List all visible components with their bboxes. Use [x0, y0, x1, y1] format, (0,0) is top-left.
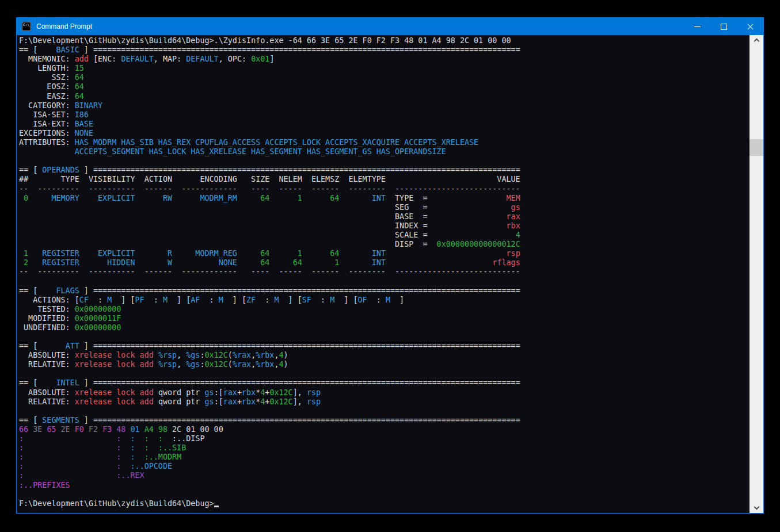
text-segment — [135, 194, 144, 202]
text-segment: + — [237, 397, 242, 406]
text-segment — [427, 231, 515, 239]
scrollbar[interactable] — [749, 35, 763, 513]
text-segment — [19, 240, 395, 248]
text-segment: rsp — [507, 249, 520, 258]
text-segment — [172, 194, 181, 202]
text-segment: DEFAULT — [186, 55, 218, 63]
close-button[interactable] — [737, 18, 763, 35]
terminal-line: EXCEPTIONS: NONE — [19, 129, 749, 138]
text-segment: 0 — [19, 194, 28, 202]
terminal-line: : : :..OPCODE — [19, 462, 749, 471]
text-segment: M — [163, 296, 168, 304]
text-segment: ], — [293, 397, 307, 406]
text-segment: 0x000000000000012C — [437, 240, 520, 248]
scroll-up-button[interactable] — [749, 35, 763, 45]
text-segment: ( — [228, 351, 233, 359]
text-segment: , — [177, 360, 186, 369]
text-segment: ========================================… — [93, 416, 520, 424]
text-segment: BINARY — [75, 101, 102, 110]
text-segment: : — [131, 443, 135, 452]
terminal-line: SSZ: 64 — [19, 73, 749, 82]
text-segment — [339, 249, 348, 258]
text-segment: : — [200, 360, 204, 369]
text-segment: OF — [358, 296, 367, 304]
text-segment: TESTED: — [19, 305, 75, 313]
text-segment: 0x12C — [205, 360, 228, 369]
text-segment: 0x12C — [269, 388, 292, 397]
terminal-line: EOSZ: 64 — [19, 82, 749, 91]
text-segment — [237, 258, 251, 267]
text-segment: 64 — [75, 92, 84, 101]
text-segment: INT — [348, 249, 386, 258]
text-segment — [19, 231, 395, 239]
terminal-line: TESTED: 0x00000000 — [19, 305, 749, 314]
text-segment: 2E — [61, 425, 70, 434]
text-segment: I86 — [75, 110, 89, 119]
text-segment: :..MODRM — [144, 453, 182, 461]
terminal-line: ISA-EXT: BASE — [19, 120, 749, 129]
text-segment — [237, 194, 251, 202]
text-segment — [121, 453, 130, 461]
text-segment: : — [311, 296, 330, 304]
terminal-line: : :..REX — [19, 471, 749, 480]
terminal-line: -- --------- ---------- ------ ---------… — [19, 185, 749, 194]
terminal-line: ## TYPE VISIBILITY ACTION ENCODING SIZE … — [19, 175, 749, 184]
text-segment: : — [131, 434, 135, 443]
text-segment: ========================================… — [93, 378, 520, 387]
text-segment: gs — [205, 397, 214, 406]
text-segment: TYPE = — [386, 194, 428, 202]
scroll-down-button[interactable] — [749, 503, 763, 513]
text-segment: ) — [284, 360, 288, 369]
terminal-line: :..PREFIXES — [19, 481, 749, 490]
terminal-line: 0 MEMORY EXPLICIT RW MODRM_RM 64 1 64 IN… — [19, 194, 749, 203]
text-segment: ACCEPTS_SEGMENT HAS_LOCK HAS_XRELEASE HA… — [75, 147, 446, 156]
text-segment: 1 — [19, 249, 28, 258]
text-segment: MEMORY — [37, 194, 79, 202]
text-segment — [79, 194, 89, 202]
terminal-line: == [ FLAGS ] ===========================… — [19, 286, 749, 296]
text-segment: %rbx — [256, 360, 274, 369]
text-segment — [28, 249, 37, 258]
text-segment: BASE — [75, 120, 93, 128]
text-segment: , — [177, 351, 186, 359]
text-segment — [70, 425, 75, 434]
title-bar[interactable]: C:\_ Command Prompt — [17, 18, 763, 35]
minimize-button[interactable] — [684, 18, 710, 35]
text-segment — [98, 425, 102, 434]
terminal-line: -- --------- ---------- ------ ---------… — [19, 267, 749, 277]
text-segment: NONE — [75, 129, 93, 137]
terminal-output[interactable]: F:\Development\GitHub\zydis\Build64\Debu… — [17, 35, 749, 513]
maximize-button[interactable] — [710, 18, 737, 35]
text-segment: 64 — [251, 258, 269, 267]
terminal-line: == [ OPERANDS ] ========================… — [19, 166, 749, 175]
text-segment: ] [ — [223, 296, 246, 304]
text-segment: INT — [348, 194, 386, 202]
desktop-background: C:\_ Command Prompt F:\Development\GitHu… — [0, 0, 780, 532]
text-segment: qword ptr — [158, 388, 205, 397]
terminal-line: == [ ATT ] =============================… — [19, 342, 749, 351]
command-prompt-window: C:\_ Command Prompt F:\Development\GitHu… — [16, 17, 764, 514]
text-segment: , OPC: — [219, 55, 251, 63]
text-segment: ## TYPE VISIBILITY ACTION ENCODING SIZE … — [19, 175, 520, 183]
text-segment: == [ — [19, 286, 56, 295]
text-segment: 0x12C — [269, 397, 292, 406]
text-segment: CF — [79, 296, 89, 304]
scrollbar-track[interactable] — [749, 45, 763, 503]
text-segment: F0 — [75, 425, 84, 434]
terminal-line: EASZ: 64 — [19, 92, 749, 101]
text-segment: 64 — [251, 194, 269, 202]
text-segment: 3E — [33, 425, 42, 434]
text-segment: %gs — [186, 351, 200, 359]
text-segment: rbx — [242, 388, 256, 397]
text-segment: xrelease lock add — [75, 360, 158, 369]
scrollbar-thumb[interactable] — [749, 139, 763, 156]
text-segment: EOSZ: — [19, 82, 75, 91]
text-segment: rax — [507, 212, 520, 221]
terminal-line: 1 REGISTER EXPLICIT R MODRM_REG 64 1 64 … — [19, 249, 749, 258]
text-segment — [302, 249, 311, 258]
text-segment: 1 — [279, 194, 302, 202]
text-segment: rflags — [492, 258, 520, 267]
text-segment: rbx — [507, 221, 520, 230]
text-segment: gs — [511, 203, 520, 212]
text-segment: ] [ — [168, 296, 191, 304]
